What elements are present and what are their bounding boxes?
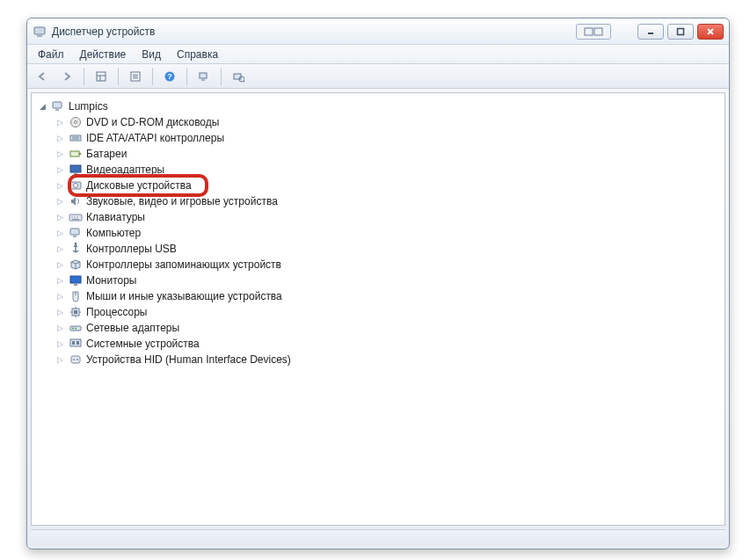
svg-rect-0 bbox=[34, 27, 45, 34]
maximize-button[interactable] bbox=[667, 24, 694, 40]
svg-rect-3 bbox=[594, 28, 602, 35]
expand-icon[interactable]: ▷ bbox=[55, 244, 65, 254]
svg-rect-26 bbox=[70, 135, 81, 141]
tree-root-label: Lumpics bbox=[69, 100, 108, 113]
svg-rect-57 bbox=[76, 341, 79, 345]
expand-icon[interactable]: ▷ bbox=[55, 307, 65, 317]
tree-item[interactable]: ▷Видеоадаптеры bbox=[51, 162, 723, 178]
toolbar-separator bbox=[118, 68, 119, 85]
tree-item[interactable]: ▷DVD и CD-ROM дисководы bbox=[51, 114, 723, 130]
expand-icon[interactable]: ▷ bbox=[55, 164, 65, 175]
tree-item[interactable]: ▷IDE ATA/ATAPI контроллеры bbox=[51, 130, 723, 146]
svg-rect-8 bbox=[97, 72, 106, 81]
window-controls bbox=[637, 24, 724, 40]
svg-point-38 bbox=[76, 216, 78, 218]
tree-item[interactable]: ▷Сетевые адаптеры bbox=[51, 320, 723, 336]
battery-icon bbox=[69, 147, 83, 161]
tree-item-label: DVD и CD-ROM дисководы bbox=[86, 116, 219, 128]
device-tree-panel[interactable]: ◢ Lumpics ▷DVD и CD-ROM дисководы▷IDE AT… bbox=[31, 92, 725, 526]
tree-item-label: IDE ATA/ATAPI контроллеры bbox=[86, 132, 224, 144]
cpu-icon bbox=[69, 305, 83, 319]
close-button[interactable] bbox=[697, 24, 724, 40]
expand-icon[interactable]: ▷ bbox=[55, 133, 65, 143]
show-hide-tree-button[interactable] bbox=[91, 67, 111, 86]
tree-root[interactable]: ◢ Lumpics bbox=[33, 98, 723, 114]
svg-rect-30 bbox=[79, 153, 81, 155]
toolbar-separator bbox=[152, 68, 153, 85]
expand-icon[interactable]: ▷ bbox=[55, 323, 65, 333]
tree-item[interactable]: ▷Процессоры bbox=[51, 304, 723, 320]
back-button[interactable] bbox=[33, 67, 52, 86]
minimize-button[interactable] bbox=[637, 24, 664, 40]
tree-item-label: Звуковые, видео и игровые устройства bbox=[86, 195, 278, 207]
svg-rect-43 bbox=[70, 276, 81, 283]
tree-item-label: Устройства HID (Human Interface Devices) bbox=[86, 353, 291, 366]
svg-rect-39 bbox=[72, 219, 79, 220]
device-manager-window: Диспетчер устройств Файл Действие Вид Сп… bbox=[26, 18, 730, 549]
forward-button[interactable] bbox=[57, 67, 76, 86]
expand-icon[interactable]: ▷ bbox=[55, 117, 65, 127]
tree-item[interactable]: ▷Контроллеры USB bbox=[51, 241, 723, 257]
svg-point-53 bbox=[72, 328, 74, 330]
monitor-icon bbox=[69, 273, 83, 287]
scan-hardware-button[interactable] bbox=[194, 67, 214, 86]
tree-item[interactable]: ▷Мыши и иные указывающие устройства bbox=[51, 288, 723, 304]
svg-rect-58 bbox=[71, 356, 80, 363]
tree-item[interactable]: ▷Звуковые, видео и игровые устройства bbox=[51, 193, 723, 209]
mouse-icon bbox=[69, 289, 83, 303]
window-title: Диспетчер устройств bbox=[52, 25, 576, 38]
tree-item[interactable]: ▷Клавиатуры bbox=[51, 209, 723, 225]
sound-icon bbox=[69, 194, 83, 208]
svg-rect-22 bbox=[53, 102, 62, 108]
expand-icon[interactable]: ▷ bbox=[55, 291, 65, 302]
tree-item[interactable]: ▷Компьютер bbox=[51, 225, 723, 241]
expand-icon[interactable]: ▷ bbox=[55, 259, 65, 270]
display-icon bbox=[69, 163, 83, 177]
svg-point-37 bbox=[74, 216, 76, 218]
menu-file[interactable]: Файл bbox=[31, 47, 71, 62]
collapse-icon[interactable]: ◢ bbox=[37, 101, 47, 112]
show-hidden-button[interactable] bbox=[229, 67, 248, 86]
toolbar-separator bbox=[186, 68, 187, 85]
tree-item[interactable]: ▷Дисковые устройства bbox=[51, 178, 723, 193]
tree-item-label: Контроллеры USB bbox=[86, 243, 177, 255]
expand-icon[interactable]: ▷ bbox=[55, 228, 65, 238]
svg-rect-41 bbox=[73, 236, 76, 237]
help-button[interactable]: ? bbox=[160, 67, 179, 86]
tree-item[interactable]: ▷Мониторы bbox=[51, 273, 723, 288]
tree-item[interactable]: ▷Устройства HID (Human Interface Devices… bbox=[51, 352, 723, 367]
computer-icon bbox=[51, 99, 65, 113]
storage-icon bbox=[69, 258, 83, 272]
expand-icon[interactable]: ▷ bbox=[55, 275, 65, 286]
tree-item[interactable]: ▷Батареи bbox=[51, 146, 723, 162]
tree-item[interactable]: ▷Контроллеры запоминающих устройств bbox=[51, 257, 723, 273]
hdd-icon bbox=[69, 178, 83, 193]
tree-item-label: Компьютер bbox=[86, 227, 141, 239]
svg-point-34 bbox=[74, 184, 78, 188]
tree-item[interactable]: ▷Системные устройства bbox=[51, 336, 723, 352]
properties-button[interactable] bbox=[126, 67, 145, 86]
snap-layout-button[interactable] bbox=[576, 24, 611, 40]
menu-view[interactable]: Вид bbox=[135, 47, 168, 62]
menu-help[interactable]: Справка bbox=[170, 47, 225, 62]
svg-point-25 bbox=[75, 121, 77, 124]
svg-rect-44 bbox=[74, 284, 77, 286]
expand-icon[interactable]: ▷ bbox=[55, 338, 65, 349]
svg-rect-2 bbox=[585, 28, 593, 35]
tree-item-label: Контроллеры запоминающих устройств bbox=[86, 258, 281, 271]
tree-item-label: Клавиатуры bbox=[86, 211, 145, 223]
tree-item-label: Мониторы bbox=[86, 274, 136, 287]
expand-icon[interactable]: ▷ bbox=[55, 212, 65, 222]
expand-icon[interactable]: ▷ bbox=[55, 180, 65, 191]
menu-action[interactable]: Действие bbox=[73, 47, 134, 62]
svg-point-42 bbox=[75, 243, 77, 245]
tree-item-label: Батареи bbox=[86, 148, 127, 160]
svg-text:?: ? bbox=[167, 72, 172, 81]
expand-icon[interactable]: ▷ bbox=[55, 354, 65, 365]
network-icon bbox=[69, 321, 83, 335]
svg-rect-23 bbox=[55, 109, 59, 111]
expand-icon[interactable]: ▷ bbox=[55, 149, 65, 159]
tree-item-label: Мыши и иные указывающие устройства bbox=[86, 290, 282, 302]
status-bar bbox=[31, 529, 725, 545]
expand-icon[interactable]: ▷ bbox=[55, 196, 65, 207]
